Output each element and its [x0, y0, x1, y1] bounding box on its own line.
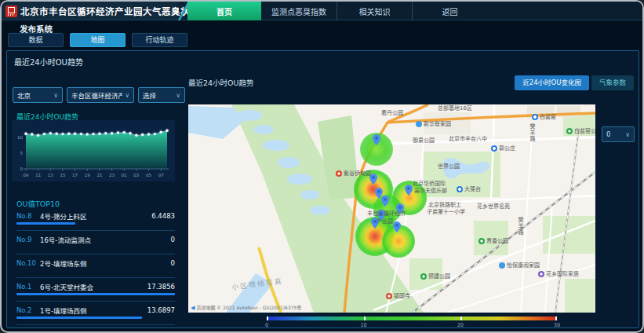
- map-label: 花乡国际家居: [538, 271, 579, 277]
- filter-select-2[interactable]: 丰台区循环经济产∨: [67, 87, 134, 103]
- station-purple-icon: [538, 271, 544, 277]
- filter-bar: 北京∨丰台区循环经济产∨选择∨: [13, 87, 185, 103]
- poi-blue-icon: [416, 121, 422, 127]
- ou-value: 17.3856: [147, 283, 175, 291]
- heat-scale: 0102030: [267, 317, 557, 329]
- map-label: 世界公园: [438, 164, 460, 170]
- svg-text:01: 01: [122, 173, 127, 177]
- filter-select-3[interactable]: 选择∨: [138, 87, 185, 103]
- chevron-down-icon: ∨: [53, 92, 58, 99]
- amap-logo-icon: ◀: [191, 305, 195, 311]
- poi-blue-icon: [499, 262, 505, 269]
- map-label: 预建公园: [420, 273, 450, 280]
- map-label-text: 高尔夫俱乐部: [414, 188, 447, 194]
- map-label-text: 世界公园: [438, 164, 460, 170]
- map-label-text: 花乡世界名苑: [477, 204, 510, 210]
- map-pin-icon[interactable]: [381, 196, 389, 207]
- map-label: 北京华侨国际: [413, 181, 446, 187]
- map-attribution: ◀ 高德地图 © 2021 AutoNavi - GS(2021)6375号: [191, 304, 301, 311]
- map-label-text: 北京市丰台八中: [449, 137, 487, 142]
- site-name: 16号-流动监测点: [40, 235, 171, 244]
- map-pin-icon[interactable]: [393, 221, 401, 232]
- poi-red-icon: [336, 170, 342, 177]
- top-list-item[interactable]: No.16号-北天堂村委会17.3856: [16, 278, 175, 302]
- top-list-row: No.102号-填埋场东侧0: [16, 254, 175, 268]
- map-label-text: 樊羊路: [517, 217, 522, 236]
- park-icon: [478, 238, 485, 244]
- metro-station-icon: [491, 145, 497, 152]
- svg-text:05: 05: [146, 173, 151, 177]
- map-label: 北京市丰台八中: [449, 137, 487, 142]
- map-pin-icon[interactable]: [405, 185, 413, 196]
- nav-tab-3[interactable]: 相关知识: [337, 2, 412, 20]
- top-list-item[interactable]: No.21号-填埋场西侧13.6897: [16, 302, 175, 325]
- nav-tab-4[interactable]: 返回: [412, 2, 487, 20]
- chevron-down-icon: ∨: [176, 92, 180, 99]
- map-label: 新华联家园: [416, 121, 451, 127]
- rank-label: No.2: [16, 306, 40, 314]
- map-layer-select[interactable]: 0 ∨: [602, 126, 635, 142]
- heat-scale-gradient: [267, 317, 557, 320]
- view-button-2[interactable]: 地图: [70, 33, 126, 47]
- map-toggle-button-1[interactable]: 近24小时OU变化图: [515, 75, 589, 90]
- top-list-row: No.916号-流动监测点0: [16, 231, 175, 244]
- scale-tick-mark: [267, 317, 268, 320]
- map-label: 怡保康阅家园: [499, 262, 540, 269]
- map-label: 镇国寺: [386, 293, 410, 299]
- map-label-text: 怡保康阅家园: [507, 263, 540, 269]
- filter-select-value: 丰台区循环经济产: [71, 90, 122, 100]
- scale-tick-label: 0: [265, 322, 268, 328]
- top-header: 北京市丰台区循环经济产业园大气恶臭状况实时 首页监测点恶臭指数相关知识返回: [2, 2, 642, 20]
- svg-text:07: 07: [158, 173, 164, 177]
- site-name: 1号-填埋场西侧: [40, 306, 147, 315]
- app-window: 北京市丰台区循环经济产业园大气恶臭状况实时 首页监测点恶臭指数相关知识返回 发布…: [0, 0, 644, 333]
- nav-tab-1[interactable]: 首页: [187, 2, 261, 20]
- site-name: 6号-北天堂村委会: [40, 282, 147, 291]
- nav-tab-2[interactable]: 监测点恶臭指数: [261, 2, 337, 20]
- svg-text:13: 13: [48, 173, 53, 177]
- view-button-1[interactable]: 数据: [8, 33, 64, 47]
- svg-text:19: 19: [85, 173, 90, 177]
- scale-tick-label: 20: [457, 322, 464, 328]
- map-label: 看丹公园: [381, 111, 403, 116]
- map-label-text: 樊羊路: [529, 123, 534, 142]
- top-list: No.84号-筛分上料区6.4483No.916号-流动监测点0No.102号-…: [16, 207, 175, 325]
- map-toggle-button-2[interactable]: 气象参数: [591, 75, 634, 90]
- map-label-text: 大葆台: [464, 187, 481, 192]
- top-list-item[interactable]: No.102号-填埋场东侧0: [16, 254, 175, 278]
- map-label: 紫谷伊甸园: [336, 170, 371, 177]
- map-label: 白盆窑: [532, 114, 556, 120]
- svg-text:03: 03: [133, 173, 139, 177]
- top-list-item[interactable]: No.916号-流动监测点0: [16, 231, 175, 254]
- nav-tabs: 首页监测点恶臭指数相关知识返回: [187, 2, 487, 20]
- main-panel: 最近24小时OU趋势 北京∨丰台区循环经济产∨选择∨ 最近24小时OU趋势 05…: [6, 50, 639, 328]
- map-label-text: 青香公园: [486, 239, 508, 244]
- trend-chart: 0510091113151719212301030507: [12, 120, 175, 183]
- map-pin-icon[interactable]: [373, 134, 380, 145]
- value-bar: [16, 317, 142, 319]
- view-button-3[interactable]: 行动轨迹: [132, 33, 187, 47]
- scale-tick-label: 10: [360, 322, 366, 328]
- map-label: 樊羊路: [529, 123, 534, 142]
- map-label-text: 总部基地16区: [438, 106, 472, 112]
- ou-value: 0: [171, 236, 175, 243]
- svg-text:21: 21: [96, 173, 102, 177]
- scale-tick-mark: [364, 317, 366, 320]
- rank-label: No.9: [16, 236, 40, 243]
- filter-select-1[interactable]: 北京∨: [13, 87, 63, 103]
- map-label: 樊羊路: [517, 217, 522, 236]
- map-canvas[interactable]: 总部基地16区看丹公园新华联家园御泉公园北京市丰台八中白盆窑白盆窑公园郭公庄樊羊…: [188, 104, 595, 313]
- map-label: 青香公园: [478, 238, 508, 244]
- top-list-item[interactable]: No.84号-筛分上料区6.4483: [16, 207, 175, 231]
- top-list-row: No.84号-筛分上料区6.4483: [16, 207, 175, 221]
- map-label-text: 丰台区循环经济: [367, 211, 406, 217]
- svg-text:0: 0: [20, 166, 24, 171]
- map-label-text: 紫谷伊甸园: [344, 171, 371, 177]
- map-toggle-buttons: 近24小时OU变化图气象参数: [515, 75, 634, 90]
- map-label: 子弟第十一小学: [427, 210, 465, 215]
- map-label: 花乡世界名苑: [477, 204, 510, 210]
- map-label-text: 花乡国际家居: [546, 272, 579, 277]
- poi-red-icon: [386, 293, 392, 299]
- map-label-text: 北京华侨国际: [413, 181, 446, 187]
- ou-value: 6.4483: [151, 212, 175, 220]
